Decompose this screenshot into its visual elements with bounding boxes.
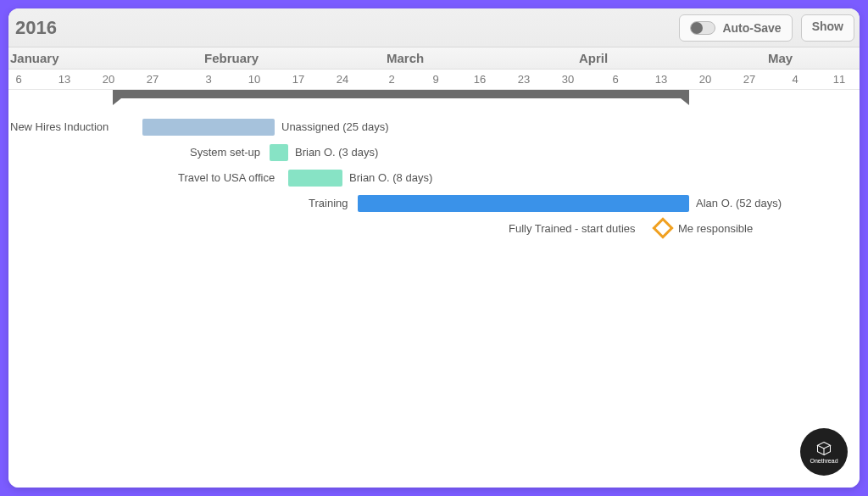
day-tick: 2 [388,73,394,86]
day-tick: 17 [292,73,304,86]
autosave-toggle[interactable]: Auto-Save [679,14,792,42]
task-row: System set-upBrian O. (3 days) [8,142,860,168]
gantt-window: 2016 Auto-Save Show JanuaryFebruaryMarch… [8,8,860,488]
day-tick: 4 [792,73,798,86]
brand-logo: Onethread [800,428,848,476]
task-row: TrainingAlan O. (52 days) [8,193,860,219]
task-right-label: Alan O. (52 days) [696,197,782,209]
task-left-label: New Hires Induction [10,120,108,133]
day-tick: 23 [518,73,530,86]
task-right-label: Unassigned (25 days) [281,120,388,133]
month-row: JanuaryFebruaryMarchAprilMay [8,47,860,70]
day-row: 61320273101724291623306132027411 [8,70,860,90]
summary-bar[interactable] [113,90,689,98]
gantt-chart[interactable]: New Hires InductionUnassigned (25 days)S… [8,90,860,488]
month-label: April [579,51,608,65]
show-button[interactable]: Show [801,14,854,42]
day-tick: 20 [699,73,711,86]
day-tick: 10 [248,73,260,86]
toolbar: 2016 Auto-Save Show [8,8,860,47]
task-left-label: Training [309,197,348,209]
day-tick: 6 [15,73,21,86]
day-tick: 3 [205,73,211,86]
toggle-knob [691,22,703,34]
month-label: February [204,51,259,65]
milestone-right-label: Me responsible [678,222,753,235]
task-right-label: Brian O. (3 days) [295,146,378,159]
brand-name: Onethread [810,458,837,464]
task-left-label: System set-up [190,146,260,159]
year-label: 2016 [14,17,57,39]
milestone-left-label: Fully Trained - start duties [509,222,636,235]
day-tick: 27 [743,73,755,86]
task-bar[interactable] [142,119,275,136]
autosave-label: Auto-Save [722,21,781,35]
task-bar[interactable] [358,195,689,212]
task-right-label: Brian O. (8 days) [349,171,432,184]
cube-icon [816,441,832,456]
day-tick: 9 [432,73,438,86]
milestone-diamond-icon[interactable] [652,217,673,238]
task-row: New Hires InductionUnassigned (25 days) [8,117,860,142]
task-bar[interactable] [288,170,342,187]
month-label: March [387,51,424,65]
day-tick: 30 [562,73,574,86]
toggle-track [690,21,715,35]
day-tick: 13 [655,73,667,86]
show-label: Show [812,20,843,33]
task-left-label: Travel to USA office [178,171,275,184]
day-tick: 16 [474,73,486,86]
milestone-row: Fully Trained - start dutiesMe responsib… [8,219,860,244]
task-bar[interactable] [270,144,288,161]
month-label: May [768,51,793,65]
task-row: Travel to USA officeBrian O. (8 days) [8,168,860,193]
day-tick: 13 [58,73,70,86]
day-tick: 20 [103,73,114,86]
svg-marker-0 [818,442,831,449]
day-tick: 6 [612,73,618,86]
day-tick: 24 [337,73,348,86]
day-tick: 27 [147,73,159,86]
month-label: January [10,51,59,65]
day-tick: 11 [833,73,845,86]
